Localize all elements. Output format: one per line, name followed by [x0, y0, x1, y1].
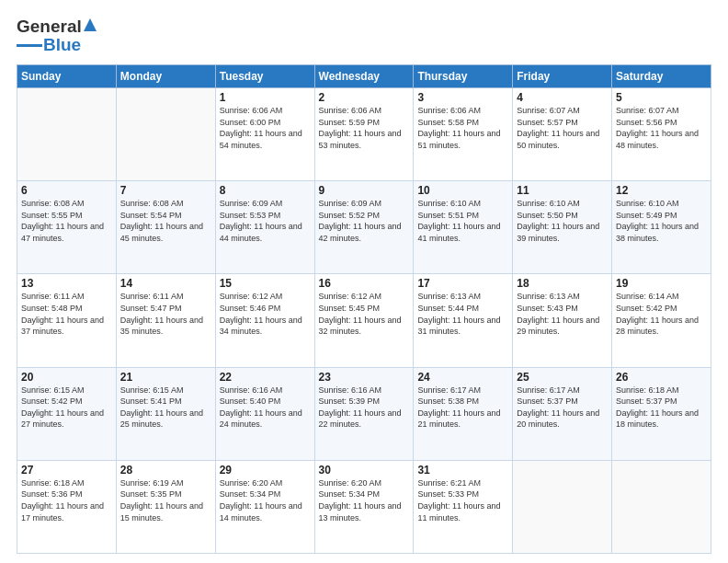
day-sunrise: Sunrise: 6:20 AM	[220, 478, 283, 488]
calendar-day-cell: 16 Sunrise: 6:12 AM Sunset: 5:45 PM Dayl…	[314, 274, 414, 367]
day-sunset: Sunset: 5:37 PM	[517, 396, 578, 406]
day-daylight: Daylight: 11 hours and 28 minutes.	[616, 316, 699, 337]
day-number: 25	[517, 371, 608, 384]
day-number: 6	[21, 184, 112, 197]
day-daylight: Daylight: 11 hours and 24 minutes.	[220, 408, 302, 430]
day-sunset: Sunset: 5:36 PM	[21, 489, 83, 499]
day-sunrise: Sunrise: 6:21 AM	[417, 478, 481, 488]
day-sunset: Sunset: 5:45 PM	[319, 304, 381, 313]
calendar-day-cell: 29 Sunrise: 6:20 AM Sunset: 5:34 PM Dayl…	[215, 460, 314, 553]
day-sunrise: Sunrise: 6:16 AM	[319, 385, 382, 395]
day-number: 26	[616, 371, 707, 384]
day-sunrise: Sunrise: 6:09 AM	[319, 199, 382, 208]
day-sunset: Sunset: 5:38 PM	[417, 396, 479, 406]
weekday-header-cell: Thursday	[414, 65, 513, 88]
calendar-day-cell: 2 Sunrise: 6:06 AM Sunset: 5:59 PM Dayli…	[314, 88, 414, 181]
calendar-day-cell	[513, 460, 612, 553]
day-sunrise: Sunrise: 6:10 AM	[517, 199, 580, 208]
calendar-day-cell: 15 Sunrise: 6:12 AM Sunset: 5:46 PM Dayl…	[215, 274, 314, 367]
day-sunrise: Sunrise: 6:17 AM	[417, 385, 481, 395]
weekday-header-row: SundayMondayTuesdayWednesdayThursdayFrid…	[17, 65, 711, 88]
day-number: 19	[616, 277, 707, 290]
day-number: 29	[220, 464, 311, 477]
calendar-week-row: 13 Sunrise: 6:11 AM Sunset: 5:48 PM Dayl…	[17, 274, 711, 367]
calendar-day-cell: 23 Sunrise: 6:16 AM Sunset: 5:39 PM Dayl…	[314, 367, 414, 460]
logo-row: General	[17, 17, 97, 37]
day-number: 4	[517, 91, 608, 104]
day-daylight: Daylight: 11 hours and 32 minutes.	[319, 316, 402, 337]
day-sunset: Sunset: 5:56 PM	[616, 118, 677, 127]
day-sunrise: Sunrise: 6:18 AM	[21, 478, 85, 488]
calendar-day-cell: 26 Sunrise: 6:18 AM Sunset: 5:37 PM Dayl…	[612, 367, 711, 460]
day-daylight: Daylight: 11 hours and 29 minutes.	[517, 316, 599, 337]
day-number: 24	[417, 371, 508, 384]
day-sunset: Sunset: 5:41 PM	[120, 396, 182, 406]
day-sunset: Sunset: 5:51 PM	[417, 211, 479, 220]
calendar-day-cell: 6 Sunrise: 6:08 AM Sunset: 5:55 PM Dayli…	[17, 181, 117, 274]
day-daylight: Daylight: 11 hours and 38 minutes.	[616, 222, 699, 243]
day-daylight: Daylight: 11 hours and 48 minutes.	[616, 129, 699, 150]
calendar-day-cell: 25 Sunrise: 6:17 AM Sunset: 5:37 PM Dayl…	[513, 367, 612, 460]
calendar-day-cell: 18 Sunrise: 6:13 AM Sunset: 5:43 PM Dayl…	[513, 274, 612, 367]
day-sunrise: Sunrise: 6:17 AM	[517, 385, 580, 395]
day-number: 2	[319, 91, 410, 104]
day-sunrise: Sunrise: 6:08 AM	[120, 199, 184, 208]
day-daylight: Daylight: 11 hours and 14 minutes.	[220, 501, 302, 523]
calendar-day-cell: 5 Sunrise: 6:07 AM Sunset: 5:56 PM Dayli…	[612, 88, 711, 181]
day-sunset: Sunset: 5:34 PM	[319, 489, 381, 499]
day-number: 1	[220, 91, 311, 104]
day-sunset: Sunset: 5:42 PM	[21, 396, 83, 406]
calendar-week-row: 20 Sunrise: 6:15 AM Sunset: 5:42 PM Dayl…	[17, 367, 711, 460]
calendar-day-cell: 20 Sunrise: 6:15 AM Sunset: 5:42 PM Dayl…	[17, 367, 117, 460]
day-number: 28	[120, 464, 211, 477]
day-sunset: Sunset: 5:59 PM	[319, 118, 381, 127]
calendar-day-cell: 13 Sunrise: 6:11 AM Sunset: 5:48 PM Dayl…	[17, 274, 117, 367]
page: General Blue SundayMondayTuesdayWednesda…	[0, 0, 728, 563]
calendar-week-row: 6 Sunrise: 6:08 AM Sunset: 5:55 PM Dayli…	[17, 181, 711, 274]
header: General Blue	[17, 17, 711, 55]
day-sunset: Sunset: 5:52 PM	[319, 211, 381, 220]
calendar-day-cell	[612, 460, 711, 553]
calendar-day-cell: 8 Sunrise: 6:09 AM Sunset: 5:53 PM Dayli…	[215, 181, 314, 274]
day-number: 12	[616, 184, 707, 197]
day-sunset: Sunset: 5:34 PM	[220, 489, 281, 499]
svg-marker-0	[84, 18, 97, 31]
calendar-day-cell	[17, 88, 117, 181]
day-sunset: Sunset: 6:00 PM	[220, 118, 281, 127]
day-sunset: Sunset: 5:35 PM	[120, 489, 182, 499]
day-number: 27	[21, 464, 112, 477]
weekday-header-cell: Tuesday	[215, 65, 314, 88]
day-sunset: Sunset: 5:39 PM	[319, 396, 381, 406]
day-sunrise: Sunrise: 6:10 AM	[616, 199, 679, 208]
day-sunset: Sunset: 5:50 PM	[517, 211, 578, 220]
calendar-day-cell: 9 Sunrise: 6:09 AM Sunset: 5:52 PM Dayli…	[314, 181, 414, 274]
day-daylight: Daylight: 11 hours and 39 minutes.	[517, 222, 599, 243]
day-daylight: Daylight: 11 hours and 42 minutes.	[319, 222, 402, 243]
day-daylight: Daylight: 11 hours and 53 minutes.	[319, 129, 402, 150]
day-sunrise: Sunrise: 6:20 AM	[319, 478, 382, 488]
day-daylight: Daylight: 11 hours and 44 minutes.	[220, 222, 302, 243]
day-sunrise: Sunrise: 6:07 AM	[517, 106, 580, 115]
calendar-day-cell: 19 Sunrise: 6:14 AM Sunset: 5:42 PM Dayl…	[612, 274, 711, 367]
day-sunrise: Sunrise: 6:08 AM	[21, 199, 85, 208]
day-number: 11	[517, 184, 608, 197]
weekday-header-cell: Sunday	[17, 65, 117, 88]
day-daylight: Daylight: 11 hours and 50 minutes.	[517, 129, 599, 150]
day-daylight: Daylight: 11 hours and 17 minutes.	[21, 501, 104, 523]
day-sunset: Sunset: 5:46 PM	[220, 304, 281, 313]
day-sunset: Sunset: 5:57 PM	[517, 118, 578, 127]
day-daylight: Daylight: 11 hours and 54 minutes.	[220, 129, 302, 150]
day-daylight: Daylight: 11 hours and 51 minutes.	[417, 129, 500, 150]
day-daylight: Daylight: 11 hours and 34 minutes.	[220, 316, 302, 337]
day-daylight: Daylight: 11 hours and 47 minutes.	[21, 222, 104, 243]
day-sunset: Sunset: 5:42 PM	[616, 304, 677, 313]
day-sunset: Sunset: 5:37 PM	[616, 396, 677, 406]
logo-blue: Blue	[43, 35, 81, 55]
logo: General Blue	[17, 17, 97, 55]
day-sunrise: Sunrise: 6:10 AM	[417, 199, 481, 208]
day-number: 14	[120, 277, 211, 290]
day-daylight: Daylight: 11 hours and 37 minutes.	[21, 316, 104, 337]
day-sunrise: Sunrise: 6:16 AM	[220, 385, 283, 395]
day-number: 20	[21, 371, 112, 384]
calendar-body: 1 Sunrise: 6:06 AM Sunset: 6:00 PM Dayli…	[17, 88, 711, 554]
